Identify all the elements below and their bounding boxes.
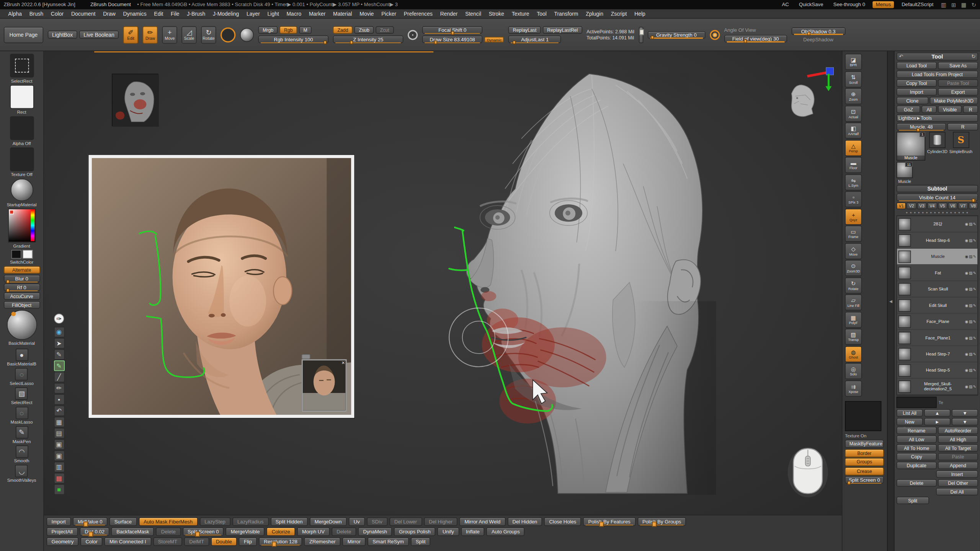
subtool-thumbnail[interactable] (898, 266, 911, 279)
del-other-button[interactable]: Del Other (938, 479, 978, 487)
bottom-button[interactable]: Import (46, 517, 70, 526)
bottom-button[interactable]: SDiv (367, 517, 387, 526)
inset-close-icon[interactable]: × (341, 360, 345, 366)
quick-tool-icon[interactable]: ➤ (54, 338, 64, 349)
quick-tool-icon[interactable]: ✏ (54, 383, 64, 394)
bottom-button[interactable]: Mirror (343, 537, 366, 546)
subtool-row[interactable]: Scan Skull ◉ ▨ ✎ (897, 281, 977, 297)
subtool-tab-dots[interactable]: ● ● ● ● ● ● ● ● ● ● ● ● ● ● ● ● (897, 210, 978, 214)
subtool-thumbnail[interactable] (898, 250, 911, 263)
quick-tool-icon[interactable]: • (54, 394, 64, 405)
quick-tool-icon[interactable]: ▩ (54, 473, 64, 484)
right-shelf-button[interactable]: ⇉ Xpose (845, 380, 862, 396)
palette-shortcut[interactable]: ● BasicMaterialB (7, 349, 36, 367)
new-folder-button[interactable]: New Folder (897, 418, 923, 425)
live-boolean-button[interactable]: Live Boolean (79, 31, 119, 39)
menu-item[interactable]: Picker (378, 10, 399, 18)
right-shelf-button[interactable]: ▫ SPix 3 (845, 191, 862, 207)
right-shelf-button[interactable]: ◧ AAHalf (845, 122, 862, 139)
bottom-button[interactable]: MergeVisible (226, 527, 265, 536)
sculpt-icon[interactable]: ✎ (973, 303, 976, 307)
split-subtool-button[interactable]: Split (897, 497, 929, 504)
bottom-button[interactable]: Smart ReSym (368, 537, 409, 546)
bottom-button[interactable]: Delete (332, 527, 356, 536)
quick-tool-icon[interactable]: ▤ (54, 428, 64, 439)
tool-panel-header[interactable]: ↶ Tool ↻ (897, 52, 978, 60)
subtool-thumbnail[interactable] (898, 380, 911, 393)
subtool-row[interactable]: Edit Skull ◉ ▨ ✎ (897, 297, 977, 313)
draw-button[interactable]: ✏ Draw (143, 26, 158, 44)
goz-button[interactable]: GoZ (897, 106, 921, 113)
menu-item[interactable]: File (168, 10, 183, 18)
bottom-button[interactable]: StoreMT (153, 537, 183, 546)
version-tab[interactable]: V7 (958, 202, 968, 209)
bottom-button[interactable]: Surface (109, 517, 137, 526)
rename-button[interactable]: Rename (897, 427, 937, 434)
subtool-row[interactable]: Head Step-6 ◉ ▨ ✎ (897, 232, 977, 248)
cylinder3d-thumbnail[interactable] (929, 132, 946, 148)
quick-tool-icon[interactable]: ✎ (54, 360, 64, 371)
menu-item[interactable]: Document (68, 10, 99, 18)
menu-item[interactable]: Movie (356, 10, 377, 18)
ac-button[interactable]: AC (779, 2, 791, 8)
simplebrush-thumbnail[interactable]: S (953, 132, 969, 148)
draw-size-slider[interactable]: Draw Size 83.49108 (422, 36, 483, 43)
bottom-button[interactable]: Split Hidden (271, 517, 308, 526)
subtool-thumbnail[interactable] (898, 331, 911, 344)
quick-tool-icon[interactable]: ↶ (54, 406, 64, 416)
all-to-target-button[interactable]: All To Target (938, 444, 978, 452)
palette-shortcut[interactable]: ▧ SelectRect (11, 387, 33, 405)
menu-item[interactable]: Draw (100, 10, 119, 18)
bottom-button[interactable]: Inflate (461, 527, 485, 536)
copy-tool-button[interactable]: Copy Tool (897, 79, 937, 87)
rgb-button[interactable]: Rgb (280, 26, 297, 34)
paste-subtool-button[interactable]: Paste (938, 453, 978, 461)
version-tab[interactable]: V4 (927, 202, 937, 209)
eye-icon[interactable]: ◉ (965, 352, 969, 356)
delete-subtool-button[interactable]: Delete (897, 479, 937, 487)
bottom-button[interactable]: Polish By Groups (637, 517, 686, 526)
eye-icon[interactable]: ◉ (965, 271, 969, 275)
default-zscript-button[interactable]: DefaultZScript (899, 2, 936, 8)
duplicate-button[interactable]: Duplicate (897, 462, 937, 469)
rgb-intensity-slider[interactable]: Rgb Intensity 100 (258, 36, 329, 43)
move-up-icon[interactable]: ▲ (924, 409, 951, 417)
angle-of-view-icon[interactable] (710, 30, 720, 40)
quick-tool-icon[interactable]: ✎ (54, 349, 64, 360)
tool-r-button[interactable]: R (947, 123, 978, 131)
move-button[interactable]: + Move (162, 26, 177, 44)
alternate-button[interactable]: Alternate (3, 266, 40, 274)
palette-shortcut[interactable]: ◡ SmoothValleys (7, 465, 36, 483)
goz-r-button[interactable]: R (963, 106, 978, 113)
subtool-thumbnail[interactable] (898, 315, 911, 328)
panel-divider[interactable]: ◄ (887, 51, 895, 551)
sculpt-icon[interactable]: ✎ (973, 222, 976, 226)
palette-shortcut[interactable]: ✎ MaskPen (13, 426, 31, 444)
quick-tool-icon[interactable]: ╱ (54, 372, 64, 382)
right-shelf-button[interactable]: ▨ Transp (845, 329, 862, 345)
sculpt-icon[interactable]: ✎ (973, 368, 976, 372)
bottom-button[interactable]: Close Holes (544, 517, 581, 526)
version-tab[interactable]: V1 (897, 202, 906, 209)
bottom-button[interactable]: Auto Groups (487, 527, 525, 536)
polypaint-icon[interactable]: ▨ (969, 368, 972, 372)
bottom-button[interactable]: Colorize (267, 527, 295, 536)
active-tool-thumbnail[interactable]: 1 Muscle (897, 132, 925, 160)
menu-item[interactable]: Dynamics (120, 10, 150, 18)
del-all-button[interactable]: Del All (936, 488, 978, 496)
right-shelf-button[interactable]: ⊙ Zoom3D (845, 260, 862, 276)
sculpt-icon[interactable]: ✎ (973, 271, 976, 275)
bottom-button[interactable]: Groups Polish (394, 527, 436, 536)
version-tab[interactable]: V6 (948, 202, 957, 209)
panel-refresh-icon[interactable]: ↻ (971, 54, 975, 59)
eye-icon[interactable]: ◉ (965, 254, 969, 259)
bottom-button[interactable]: Del Hidden (507, 517, 542, 526)
right-shelf-button[interactable]: ▭ Frame (845, 225, 862, 241)
fillobject-button[interactable]: FillObject (3, 301, 40, 309)
color-picker[interactable] (8, 209, 36, 242)
bottom-button[interactable]: Split (411, 537, 431, 546)
right-shelf-button[interactable]: ⇋ L.Sym (845, 174, 862, 190)
bottom-button[interactable]: Mirror And Weld (459, 517, 505, 526)
menu-item[interactable]: Stroke (485, 10, 507, 18)
inset-drag-tab[interactable] (302, 354, 310, 359)
